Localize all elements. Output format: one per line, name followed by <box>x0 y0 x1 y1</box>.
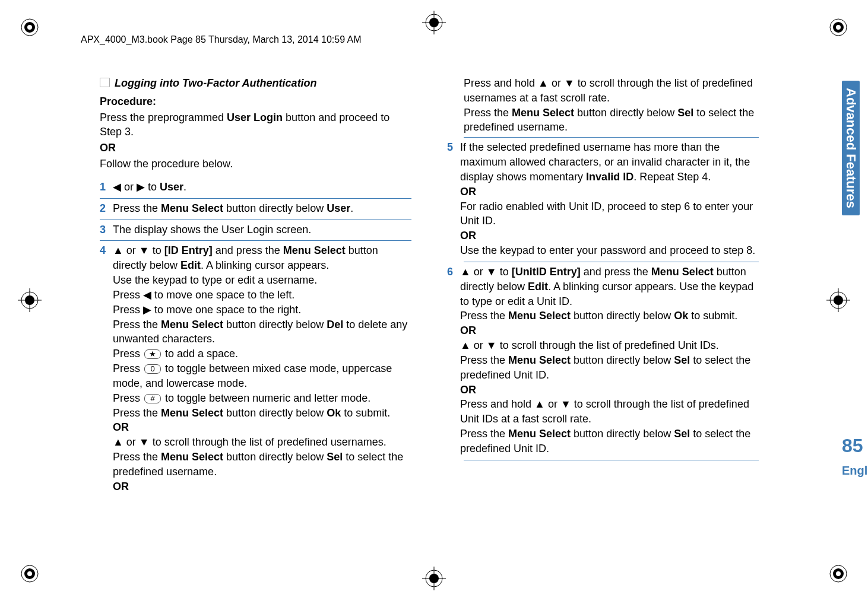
registration-mark <box>18 15 42 39</box>
svg-point-5 <box>836 25 841 30</box>
section-title-text: Logging into Two-Factor Authentication <box>115 77 317 89</box>
book-icon <box>100 78 110 87</box>
step-rule <box>464 460 759 460</box>
step-4-cont2: Press the Menu Select button directly be… <box>464 106 759 135</box>
step-4-cont: Press and hold ▲ or ▼ to scroll through … <box>464 76 759 106</box>
intro-text: Press the preprogrammed User Login butto… <box>100 110 411 140</box>
step-4: 4 ▲ or ▼ to [ID Entry] and press the Men… <box>100 243 411 495</box>
step-number: 2 <box>100 201 113 216</box>
key-hash-icon: # <box>144 394 161 403</box>
step-6: 6 ▲ or ▼ to [UnitID Entry] and press the… <box>447 265 759 457</box>
section-tab: Advanced Features <box>842 81 860 215</box>
step-number: 4 <box>100 243 113 494</box>
step-number: 5 <box>447 140 460 258</box>
crop-mark <box>422 567 446 590</box>
step-rule <box>100 198 411 199</box>
registration-mark <box>826 15 850 39</box>
step-3: 3 The display shows the User Login scree… <box>100 222 411 239</box>
svg-point-2 <box>27 25 32 30</box>
key-star-icon: ★ <box>144 349 161 359</box>
right-column: Press and hold ▲ or ▼ to scroll through … <box>447 76 759 498</box>
registration-mark <box>826 562 850 586</box>
sidebar: Advanced Features 85 English <box>842 81 859 478</box>
step-number: 1 <box>100 180 113 195</box>
registration-mark <box>18 562 42 586</box>
key-zero-icon: 0 <box>144 364 161 374</box>
page-header: APX_4000_M3.book Page 85 Thursday, March… <box>81 34 362 45</box>
step-rule <box>100 220 411 220</box>
or-label: OR <box>100 141 411 155</box>
page-number: 85 <box>842 435 859 457</box>
left-column: Logging into Two-Factor Authentication P… <box>100 76 411 498</box>
step-rule <box>100 240 411 241</box>
step-2: 2 Press the Menu Select button directly … <box>100 201 411 217</box>
section-heading: Logging into Two-Factor Authentication <box>100 76 411 91</box>
step-number: 3 <box>100 222 113 237</box>
intro-follow: Follow the procedure below. <box>100 157 411 171</box>
language-label: English <box>842 464 859 478</box>
step-number: 6 <box>447 265 460 456</box>
step-rule <box>464 137 759 138</box>
step-1: 1 ◀ or ▶ to User. <box>100 180 411 196</box>
procedure-label: Procedure: <box>100 96 156 107</box>
svg-point-19 <box>836 571 841 576</box>
crop-mark <box>422 11 446 34</box>
svg-point-16 <box>27 571 32 576</box>
step-rule <box>464 262 759 262</box>
step-5: 5 If the selected predefined username ha… <box>447 140 759 259</box>
registration-mark <box>18 288 42 312</box>
